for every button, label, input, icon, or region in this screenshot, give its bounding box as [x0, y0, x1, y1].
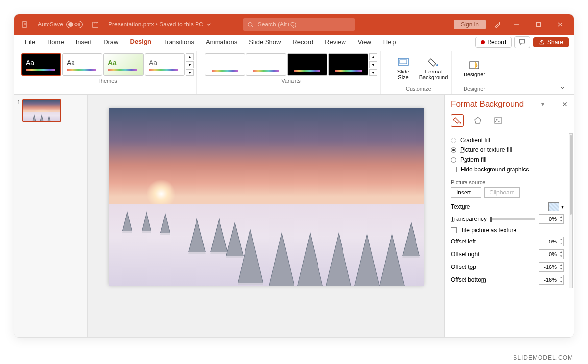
- texture-dropdown-icon[interactable]: ▾: [561, 203, 564, 210]
- designer-label: Designer: [464, 86, 485, 92]
- offset-bottom-stepper[interactable]: ▴▾: [539, 275, 564, 285]
- tab-draw[interactable]: Draw: [98, 35, 124, 49]
- theme-thumb-4[interactable]: Aa: [145, 53, 185, 76]
- ribbon-group-variants: ▲▼▾ Variants: [202, 51, 381, 94]
- option-tile[interactable]: Tile picture as texture: [451, 225, 571, 235]
- option-hide-bg[interactable]: Hide background graphics: [451, 165, 571, 174]
- option-gradient-fill[interactable]: GGradient fillradient fill: [451, 135, 571, 145]
- option-picture-fill[interactable]: Picture or texture fill: [451, 145, 571, 155]
- pane-tab-effects-icon[interactable]: [471, 114, 484, 127]
- variant-thumb-4[interactable]: [328, 53, 368, 76]
- insert-button[interactable]: Insert...: [451, 187, 481, 198]
- svg-rect-3: [537, 23, 541, 27]
- search-input[interactable]: Search (Alt+Q): [243, 18, 355, 31]
- tab-home[interactable]: Home: [41, 35, 70, 49]
- slide-thumbnails-pane: 1: [14, 95, 88, 337]
- workspace: 1: [14, 95, 574, 337]
- variants-scroll[interactable]: ▲▼▾: [369, 53, 377, 76]
- offset-top-stepper[interactable]: ▴▾: [539, 262, 564, 272]
- tab-view[interactable]: View: [352, 35, 377, 49]
- themes-label: Themes: [98, 78, 117, 84]
- autosave-state: Off: [74, 22, 80, 27]
- titlebar: AutoSave Off Presentation.pptx • Saved t…: [14, 14, 574, 35]
- slide-thumbnail-1[interactable]: [22, 99, 61, 122]
- customize-label: Customize: [406, 86, 431, 92]
- share-button[interactable]: Share: [533, 37, 569, 47]
- offset-top-label: Offset top: [451, 264, 476, 270]
- tab-animations[interactable]: Animations: [200, 35, 243, 49]
- document-title[interactable]: Presentation.pptx • Saved to this PC: [108, 21, 211, 28]
- share-icon: [539, 39, 545, 45]
- tab-record[interactable]: Record: [287, 35, 319, 49]
- tab-help[interactable]: Help: [377, 35, 402, 49]
- ribbon-group-customize: Slide Size Format Background Customize: [386, 51, 452, 94]
- app-icon: [17, 16, 34, 33]
- tab-slideshow[interactable]: Slide Show: [243, 35, 287, 49]
- svg-point-6: [436, 64, 438, 66]
- slide-size-button[interactable]: Slide Size: [389, 53, 418, 84]
- autosave-label: AutoSave: [38, 21, 63, 28]
- coming-soon-icon[interactable]: [490, 16, 506, 33]
- texture-swatch[interactable]: [548, 202, 559, 211]
- format-background-button[interactable]: Format Background: [419, 53, 448, 84]
- transparency-stepper[interactable]: ▴▾: [539, 214, 564, 224]
- theme-thumb-1[interactable]: Aa: [21, 53, 61, 76]
- save-icon[interactable]: [87, 16, 103, 33]
- option-pattern-fill[interactable]: Pattern fill: [451, 155, 571, 165]
- search-placeholder: Search (Alt+Q): [258, 21, 297, 28]
- offset-left-label: Offset left: [451, 238, 476, 245]
- svg-point-8: [460, 122, 461, 124]
- pane-close-icon[interactable]: ✕: [562, 100, 568, 108]
- tab-file[interactable]: File: [19, 35, 41, 49]
- ribbon: Aa Aa Aa Aa ▲▼▾ Themes ▲▼▾ Variants: [14, 49, 574, 95]
- watermark: SLIDEMODEL.COM: [513, 354, 573, 361]
- designer-button[interactable]: Designer: [460, 53, 489, 84]
- pane-title: Format Background: [451, 99, 524, 109]
- svg-marker-9: [475, 117, 481, 123]
- offset-left-stepper[interactable]: ▴▾: [539, 237, 564, 246]
- format-background-pane: Format Background ▾ ✕ GGradient fillradi…: [444, 95, 574, 337]
- search-icon: [247, 22, 254, 28]
- pane-tab-picture-icon[interactable]: [492, 114, 505, 127]
- slide-canvas-area[interactable]: [88, 95, 444, 337]
- tab-insert[interactable]: Insert: [70, 35, 98, 49]
- pane-menu-icon[interactable]: ▾: [541, 101, 544, 108]
- svg-point-2: [248, 22, 252, 26]
- record-button[interactable]: Record: [475, 37, 512, 48]
- slide-canvas: [109, 108, 424, 286]
- comments-button[interactable]: [514, 36, 530, 48]
- close-button[interactable]: [549, 14, 571, 35]
- pane-scrollbar[interactable]: [569, 133, 573, 288]
- svg-rect-10: [495, 118, 502, 123]
- texture-label: Texture: [451, 203, 470, 210]
- variant-thumb-1[interactable]: [205, 53, 245, 76]
- variants-label: Variants: [281, 78, 301, 84]
- theme-thumb-3[interactable]: Aa: [103, 53, 144, 76]
- picture-source-label: Picture source: [451, 179, 571, 185]
- ribbon-group-designer: Designer Designer: [457, 51, 492, 94]
- tabbar: File Home Insert Draw Design Transitions…: [14, 35, 574, 49]
- pane-tab-fill-icon[interactable]: [451, 114, 464, 127]
- theme-thumb-2[interactable]: Aa: [62, 53, 102, 76]
- svg-point-11: [496, 119, 498, 121]
- tab-design[interactable]: Design: [124, 35, 157, 49]
- signin-button[interactable]: Sign in: [454, 20, 486, 29]
- maximize-button[interactable]: [528, 14, 549, 35]
- offset-right-label: Offset right: [451, 251, 480, 258]
- autosave-toggle[interactable]: AutoSave Off: [38, 21, 83, 28]
- offset-right-stepper[interactable]: ▴▾: [539, 249, 564, 259]
- transparency-label: Transparency: [451, 216, 487, 222]
- offset-bottom-label: Offset bottom: [451, 276, 486, 283]
- variant-thumb-2[interactable]: [246, 53, 286, 76]
- tab-transitions[interactable]: Transitions: [157, 35, 200, 49]
- themes-scroll[interactable]: ▲▼▾: [186, 53, 194, 76]
- variant-thumb-3[interactable]: [287, 53, 327, 76]
- svg-rect-5: [400, 60, 407, 64]
- clipboard-button[interactable]: Clipboard: [484, 187, 520, 198]
- transparency-slider[interactable]: [490, 218, 535, 220]
- ribbon-collapse-icon[interactable]: [555, 82, 570, 94]
- tab-review[interactable]: Review: [319, 35, 352, 49]
- slide-number: 1: [17, 99, 20, 122]
- ribbon-group-themes: Aa Aa Aa Aa ▲▼▾ Themes: [18, 51, 197, 94]
- minimize-button[interactable]: [506, 14, 528, 35]
